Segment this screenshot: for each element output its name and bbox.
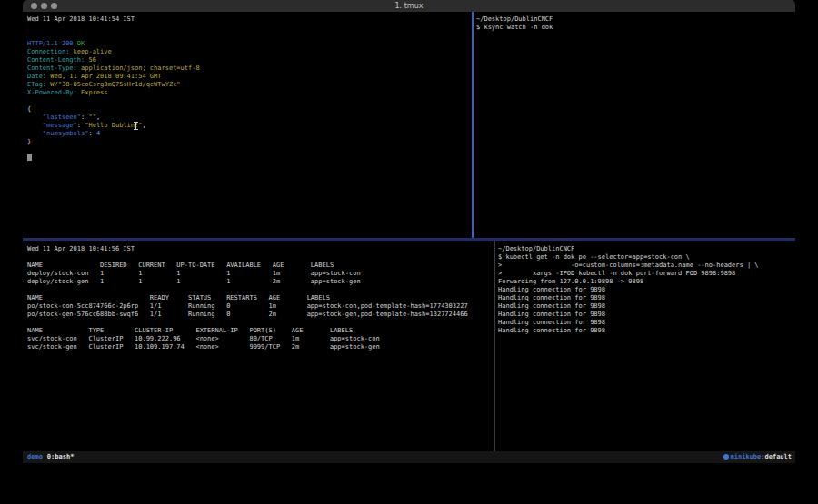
table-row: deploy/stock-gen 1 1 1 1 2m app=stock-ge… (27, 278, 494, 286)
http-header-date: Date: Wed, 11 Apr 2018 09:41:54 GMT (27, 73, 472, 81)
deployments-table-header: NAME DESIRED CURRENT UP-TO-DATE AVAILABL… (27, 262, 494, 270)
http-header-content-type: Content-Type: application/json; charset=… (27, 64, 472, 73)
http-status-line: HTTP/1.1 200 OK (27, 40, 472, 48)
handling-connection-line: Handling connection for 9898 (498, 294, 795, 302)
kube-namespace: :default (761, 453, 792, 460)
kubernetes-icon (723, 454, 729, 460)
working-directory: ~/Desktop/DublinCNCF (476, 15, 795, 24)
pane-kubectl-resources[interactable]: Wed 11 Apr 2018 10:41:56 IST NAME DESIRE… (23, 241, 494, 451)
table-row: po/stock-gen-576cc688bb-swqf6 1/1 Runnin… (27, 311, 494, 319)
handling-connection-line: Handling connection for 9898 (498, 311, 795, 319)
forwarding-status: Forwarding from 127.0.0.1:9898 -> 9898 (498, 278, 795, 286)
tmux-status-bar: demo0:bash* minikube:default (23, 451, 795, 462)
http-header-x-powered-by: X-Powered-By: Express (27, 89, 472, 97)
pane-http-response[interactable]: Wed 11 Apr 2018 10:41:54 IST HTTP/1.1 20… (23, 12, 472, 238)
pane-port-forward[interactable]: ~/Desktop/DublinCNCF $ kubectl get -n do… (495, 241, 795, 451)
pods-table-header: NAME READY STATUS RESTARTS AGE LABELS (27, 294, 494, 302)
terminal-cursor (27, 154, 32, 161)
json-open-brace: { (27, 105, 472, 114)
handling-connection-line: Handling connection for 9898 (498, 319, 795, 327)
ksync-command: $ ksync watch -n dok (476, 24, 795, 32)
window-title: 1. tmux (23, 0, 795, 12)
timestamp: Wed 11 Apr 2018 10:41:54 IST (27, 15, 472, 24)
handling-connection-line: Handling connection for 9898 (498, 302, 795, 311)
kubectl-command-line: > xargs -IPOD kubectl -n dok port-forwar… (498, 270, 795, 278)
http-header-content-length: Content-Length: 56 (27, 56, 472, 64)
screen: 1. tmux Wed 11 Apr 2018 10:41:54 IST HTT… (0, 0, 818, 504)
window-bottom-edge (23, 462, 795, 463)
handling-connection-line: Handling connection for 9898 (498, 327, 795, 335)
json-field-lastseen: "lastseen": "", (27, 114, 472, 122)
table-row: po/stock-con-5cc874766c-2p6rp 1/1 Runnin… (27, 302, 494, 311)
mouse-cursor-ibeam (134, 122, 138, 130)
json-field-message: "message": "Hello Dublin!", (27, 122, 472, 130)
json-close-brace: } (27, 138, 472, 146)
session-name: demo (27, 453, 43, 460)
working-directory: ~/Desktop/DublinCNCF (498, 245, 795, 253)
window-titlebar[interactable]: 1. tmux (23, 0, 795, 12)
services-table-header: NAME TYPE CLUSTER-IP EXTERNAL-IP PORT(S)… (27, 327, 494, 335)
table-row: svc/stock-gen ClusterIP 10.109.197.74 <n… (27, 343, 494, 351)
json-field-numsymbols: "numsymbols": 4 (27, 130, 472, 138)
terminal-window: 1. tmux Wed 11 Apr 2018 10:41:54 IST HTT… (23, 0, 795, 463)
status-left: demo0:bash* (27, 451, 74, 462)
table-row: svc/stock-con ClusterIP 10.99.222.96 <no… (27, 335, 494, 343)
http-header-etag: ETag: W/"38-O5coCsrg3mQ75sHr1d/qcWTwYZc" (27, 81, 472, 89)
kubectl-command-line: > -o=custom-columns=:metadata.name --no-… (498, 262, 795, 270)
http-header-connection: Connection: keep-alive (27, 48, 472, 56)
timestamp: Wed 11 Apr 2018 10:41:56 IST (27, 245, 494, 253)
kubectl-command-line: $ kubectl get -n dok po --selector=app=s… (498, 253, 795, 262)
table-row: deploy/stock-con 1 1 1 1 1m app=stock-co… (27, 270, 494, 278)
pane-ksync[interactable]: ~/Desktop/DublinCNCF $ ksync watch -n do… (474, 12, 795, 238)
status-right: minikube:default (723, 451, 792, 462)
handling-connection-line: Handling connection for 9898 (498, 286, 795, 294)
tmux-window-tab[interactable]: 0:bash* (47, 453, 75, 460)
kube-context: minikube:default (731, 451, 792, 462)
